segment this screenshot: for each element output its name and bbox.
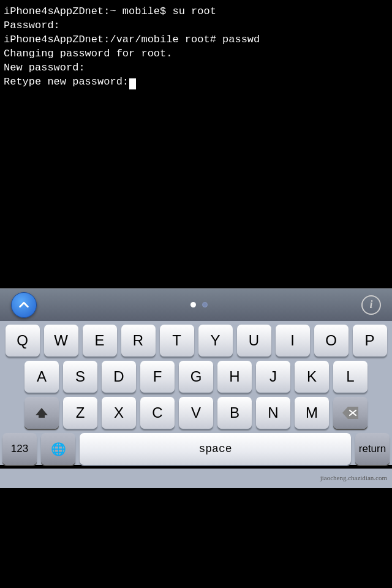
delete-key[interactable] [333,397,368,429]
key-W[interactable]: W [44,325,78,356]
terminal-line-1: iPhone4sAppZDnet:~ mobile$ su root [4,5,388,19]
key-D[interactable]: D [102,361,136,393]
key-X[interactable]: X [102,397,136,429]
key-Z[interactable]: Z [63,397,97,429]
terminal-cursor [129,78,136,89]
key-L[interactable]: L [333,361,368,393]
keyboard: Q W E R T Y U I O P A S D F G H J K L Z … [0,321,392,465]
terminal-line-6: Retype new password: [4,75,388,89]
toolbar: i [0,288,392,321]
terminal-line-3: iPhone4sAppZDnet:/var/mobile root# passw… [4,33,388,47]
key-S[interactable]: S [63,361,97,393]
page-dot-2 [202,302,208,307]
key-P[interactable]: P [353,325,387,356]
key-F[interactable]: F [140,361,175,393]
key-C[interactable]: C [140,397,175,429]
globe-key[interactable]: 🌐 [41,433,75,465]
watermark-text: jiaocheng.chazidian.com [320,474,387,481]
key-G[interactable]: G [179,361,213,393]
key-R[interactable]: R [121,325,156,356]
key-U[interactable]: U [237,325,271,356]
keyboard-row-1: Q W E R T Y U I O P [0,325,392,356]
keyboard-bottom-row: 123 🌐 space return [0,433,392,465]
svg-marker-0 [36,408,48,418]
key-B[interactable]: B [217,397,252,429]
key-N[interactable]: N [256,397,290,429]
key-T[interactable]: T [160,325,194,356]
key-H[interactable]: H [217,361,252,393]
shift-key[interactable] [24,397,59,429]
key-A[interactable]: A [24,361,59,393]
key-O[interactable]: O [314,325,349,356]
space-key[interactable]: space [80,433,351,465]
terminal-line-2: Password: [4,19,388,33]
terminal-line-4: Changing password for root. [4,47,388,61]
key-M[interactable]: M [295,397,329,429]
up-button[interactable] [11,292,37,318]
return-key[interactable]: return [355,433,390,465]
numbers-key[interactable]: 123 [2,433,37,465]
terminal-screen: iPhone4sAppZDnet:~ mobile$ su root Passw… [0,0,392,288]
info-button[interactable]: i [361,295,381,315]
key-Y[interactable]: Y [198,325,233,356]
key-J[interactable]: J [256,361,290,393]
page-indicator [190,302,208,307]
key-I[interactable]: I [276,325,310,356]
page-dot-1 [190,302,196,307]
key-K[interactable]: K [295,361,329,393]
terminal-line-5: New password: [4,61,388,75]
watermark-bar: jiaocheng.chazidian.com [0,469,392,488]
keyboard-row-3: Z X C V B N M [0,397,392,429]
keyboard-row-2: A S D F G H J K L [0,361,392,393]
globe-icon: 🌐 [51,442,66,456]
key-E[interactable]: E [83,325,117,356]
key-V[interactable]: V [179,397,213,429]
key-Q[interactable]: Q [6,325,40,356]
